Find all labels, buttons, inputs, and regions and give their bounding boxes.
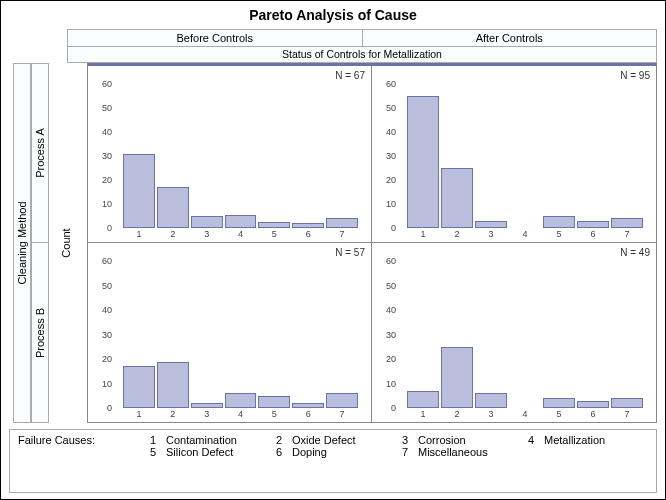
y-tick: 60 — [386, 79, 396, 89]
bar — [475, 221, 507, 228]
y-ticks: 0102030405060 — [90, 249, 114, 408]
bar — [326, 393, 358, 408]
bar — [611, 218, 643, 228]
legend-item: 6 Doping — [270, 446, 396, 458]
bar — [225, 215, 257, 228]
x-tick: 6 — [576, 409, 610, 421]
legend-item: 2 Oxide Defect — [270, 434, 396, 446]
legend-num: 3 — [396, 434, 408, 446]
x-tick: 7 — [610, 229, 644, 241]
x-tick: 3 — [190, 409, 224, 421]
x-tick: 6 — [291, 409, 325, 421]
bar — [123, 154, 155, 228]
y-ticks: 0102030405060 — [374, 249, 398, 408]
y-tick: 0 — [107, 223, 112, 233]
x-tick: 5 — [542, 409, 576, 421]
x-tick: 4 — [224, 409, 258, 421]
legend-num: 7 — [396, 446, 408, 458]
x-tick: 3 — [474, 409, 508, 421]
legend-item: 3 Corrosion — [396, 434, 522, 446]
x-tick: 3 — [190, 229, 224, 241]
bar — [543, 398, 575, 408]
y-tick: 0 — [391, 223, 396, 233]
legend-num: 1 — [144, 434, 156, 446]
legend-num: 6 — [270, 446, 282, 458]
legend-title: Failure Causes: — [18, 434, 126, 446]
bar — [292, 223, 324, 228]
x-tick: 5 — [542, 229, 576, 241]
legend-text: Oxide Defect — [292, 434, 356, 446]
bars — [116, 249, 365, 408]
bar — [157, 187, 189, 228]
y-tick: 60 — [102, 256, 112, 266]
y-tick: 30 — [386, 330, 396, 340]
bar — [258, 222, 290, 228]
bar — [611, 398, 643, 408]
bar — [258, 396, 290, 408]
y-tick: 40 — [102, 127, 112, 137]
x-tick: 7 — [325, 229, 359, 241]
y-axis-label: Count — [60, 228, 72, 257]
y-tick: 60 — [102, 79, 112, 89]
row-outer-label-text: Cleaning Method — [16, 201, 28, 284]
panel-b-before: N = 57 0102030405060 1234567 — [87, 243, 372, 423]
x-tick: 2 — [156, 229, 190, 241]
x-ticks: 1234567 — [116, 229, 365, 241]
x-tick: 2 — [440, 229, 474, 241]
bar — [123, 366, 155, 408]
bar — [577, 401, 609, 408]
legend-text: Silicon Defect — [166, 446, 233, 458]
x-tick: 4 — [508, 229, 542, 241]
x-tick: 1 — [406, 409, 440, 421]
bar — [191, 216, 223, 228]
legend-text: Miscellaneous — [418, 446, 488, 458]
chart-subtitle: Status of Controls for Metallization — [67, 47, 657, 63]
col-header-before: Before Controls — [67, 29, 363, 47]
row-header-b: Process B — [31, 243, 49, 423]
bars — [400, 72, 650, 228]
legend-item: 5 Silicon Defect — [144, 446, 270, 458]
panel-grid: N = 67 0102030405060 1234567 N = 95 0102… — [87, 63, 657, 423]
y-tick: 50 — [102, 281, 112, 291]
bar — [191, 403, 223, 408]
y-tick: 20 — [386, 175, 396, 185]
legend-text: Contamination — [166, 434, 237, 446]
y-ticks: 0102030405060 — [374, 72, 398, 228]
y-tick: 20 — [386, 354, 396, 364]
row-header-a: Process A — [31, 63, 49, 243]
column-headers: Before Controls After Controls — [67, 29, 657, 47]
bars — [400, 249, 650, 408]
y-tick: 20 — [102, 354, 112, 364]
legend-num: 4 — [522, 434, 534, 446]
legend-num: 5 — [144, 446, 156, 458]
legend-item: 4 Metallization — [522, 434, 648, 446]
x-tick: 2 — [156, 409, 190, 421]
bar — [475, 393, 507, 408]
x-tick: 5 — [257, 409, 291, 421]
bars — [116, 72, 365, 228]
bar — [326, 218, 358, 228]
y-tick: 0 — [391, 403, 396, 413]
bar — [225, 393, 257, 408]
x-tick: 4 — [224, 229, 258, 241]
x-ticks: 1234567 — [400, 409, 650, 421]
legend-text: Doping — [292, 446, 327, 458]
legend: Failure Causes: 1 Contamination 2 Oxide … — [9, 429, 657, 493]
y-tick: 30 — [386, 151, 396, 161]
legend-item: 7 Miscellaneous — [396, 446, 522, 458]
bar — [292, 403, 324, 408]
row-outer-label: Cleaning Method — [13, 63, 31, 423]
panel-a-after: N = 95 0102030405060 1234567 — [372, 63, 657, 243]
legend-text: Corrosion — [418, 434, 466, 446]
bar — [441, 168, 473, 228]
chart-title: Pareto Analysis of Cause — [1, 1, 665, 27]
bar — [543, 216, 575, 228]
x-tick: 6 — [576, 229, 610, 241]
legend-item: 1 Contamination — [144, 434, 270, 446]
x-tick: 4 — [508, 409, 542, 421]
y-tick: 0 — [107, 403, 112, 413]
y-tick: 50 — [102, 103, 112, 113]
y-ticks: 0102030405060 — [90, 72, 114, 228]
bar — [157, 362, 189, 408]
legend-num: 2 — [270, 434, 282, 446]
